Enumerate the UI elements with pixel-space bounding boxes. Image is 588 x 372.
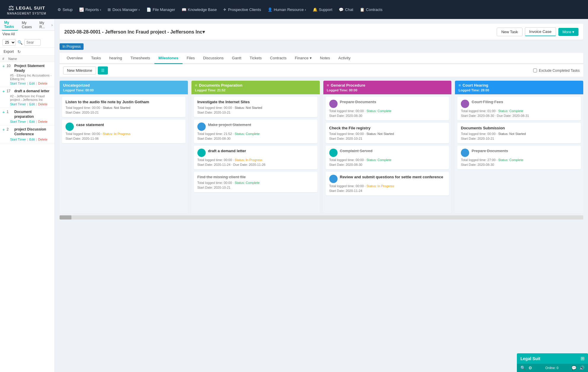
tab-finance[interactable]: Finance ▾ bbox=[291, 53, 316, 64]
case-title[interactable]: 2020-08-28-0001 - Jefferson Inc Fraud pr… bbox=[64, 29, 205, 35]
tab-activity[interactable]: Activity bbox=[334, 53, 355, 64]
chat-search-icon[interactable]: 🔍 bbox=[520, 365, 525, 370]
task-card[interactable]: Court Filing Fees Total logged time: 01:… bbox=[457, 97, 581, 120]
nav-item-human-resource[interactable]: 👤Human Resource ‹ bbox=[265, 6, 309, 14]
task-avatar bbox=[197, 123, 206, 131]
tab-discussions[interactable]: Discussions bbox=[199, 53, 228, 64]
chat-grid-icon[interactable]: ⊞ bbox=[581, 356, 584, 361]
nav-icon-knowledge-base: 📖 bbox=[182, 7, 186, 12]
nav-item-knowledge-base[interactable]: 📖Knowledge Base bbox=[179, 6, 220, 14]
nav-item-reports[interactable]: 📈Reports ‹ bbox=[76, 6, 104, 14]
tab-hearing[interactable]: hearing bbox=[105, 53, 126, 64]
logged-time-uncategorized: Logged Time: 00:00 bbox=[63, 88, 184, 92]
nav-icon-file-manager: 📄 bbox=[146, 7, 151, 12]
item-expand-icon[interactable]: + bbox=[2, 110, 5, 115]
item-expand-icon[interactable]: + bbox=[2, 127, 5, 132]
edit-link[interactable]: Edit bbox=[29, 82, 35, 85]
list-item[interactable]: + 1 Document preparation Start Timer | E… bbox=[0, 108, 55, 125]
task-card[interactable]: Prepare Documents Total logged time: 00:… bbox=[326, 97, 449, 120]
tab-tasks[interactable]: Tasks bbox=[87, 53, 105, 64]
chat-settings-icon[interactable]: ⚙ bbox=[528, 365, 532, 370]
list-item[interactable]: + 2 project Discussion Conference Start … bbox=[0, 125, 55, 143]
tab-gantt[interactable]: Gantt bbox=[228, 53, 246, 64]
task-card[interactable]: case statement Total logged time: 00:00 … bbox=[62, 120, 186, 143]
item-expand-icon[interactable]: + bbox=[2, 89, 5, 94]
scroll-thumb[interactable] bbox=[60, 215, 71, 220]
task-card[interactable]: draft a demand letter Total logged time:… bbox=[194, 146, 317, 169]
nav-item-support[interactable]: 🔔Support bbox=[310, 6, 335, 14]
start-timer-link[interactable]: Start Timer bbox=[10, 120, 26, 123]
edit-link[interactable]: Edit bbox=[29, 120, 35, 123]
export-button[interactable]: Export bbox=[2, 49, 15, 54]
task-card[interactable]: Make project Statement Total logged time… bbox=[194, 120, 317, 143]
edit-link[interactable]: Edit bbox=[29, 102, 35, 106]
task-card[interactable]: Check the File registry Total logged tim… bbox=[326, 123, 449, 143]
task-meta: Total logged time: 00:00 · Status: Not S… bbox=[197, 106, 314, 109]
edit-link[interactable]: Edit bbox=[29, 138, 35, 141]
start-timer-link[interactable]: Start Timer bbox=[10, 82, 26, 85]
nav-label-knowledge-base: Knowledge Base bbox=[188, 7, 217, 12]
nav-item-prospective-clients[interactable]: ✈Prospective Clients bbox=[220, 6, 264, 14]
view-all-link[interactable]: View All bbox=[0, 31, 55, 37]
col-icon: ≡ bbox=[458, 83, 461, 88]
task-card[interactable]: Documents Submission Total logged time: … bbox=[457, 123, 581, 143]
col-name: Court Hearing bbox=[463, 83, 488, 88]
list-view-button[interactable]: ☰ bbox=[98, 66, 108, 74]
tab-overview[interactable]: Overview bbox=[63, 53, 87, 64]
task-avatar bbox=[329, 175, 338, 183]
nav-label-chat: Chat bbox=[345, 7, 353, 12]
delete-link[interactable]: Delete bbox=[38, 102, 47, 106]
delete-link[interactable]: Delete bbox=[38, 120, 47, 123]
task-meta: Total logged time: 01:00 · Status: Compl… bbox=[461, 109, 577, 113]
sidebar-tab-my-cases[interactable]: My Cases bbox=[19, 20, 36, 30]
search-input[interactable] bbox=[24, 39, 41, 46]
nav-item-contracts[interactable]: 📋Contracts bbox=[357, 6, 386, 14]
task-card[interactable]: Complaint Served Total logged time: 00:0… bbox=[326, 146, 449, 169]
task-card[interactable]: Find the missing client file Total logge… bbox=[194, 172, 317, 192]
list-item[interactable]: + 17 draft a demand letter #2 - Jefferso… bbox=[0, 87, 55, 108]
nav-item-file-manager[interactable]: 📄File Manager bbox=[143, 6, 178, 14]
tab-contracts[interactable]: Contracts bbox=[266, 53, 291, 64]
start-timer-link[interactable]: Start Timer bbox=[10, 138, 26, 141]
task-card[interactable]: Prepare Documents Total logged time: 27:… bbox=[457, 146, 581, 169]
list-item[interactable]: + 10 Project Statement Ready #5 - Elberg… bbox=[0, 62, 55, 87]
task-card[interactable]: Investigate the Internet Sites Total log… bbox=[194, 97, 317, 117]
task-start-date: Start Date: 2020-08-30 · Due Date: 2020-… bbox=[461, 114, 577, 117]
new-task-button[interactable]: New Task bbox=[497, 28, 522, 36]
start-timer-link[interactable]: Start Timer bbox=[10, 102, 26, 106]
horizontal-scrollbar[interactable] bbox=[60, 215, 583, 220]
chat-footer-icons: 🔍 ⚙ bbox=[520, 365, 532, 370]
invoice-case-button[interactable]: Invoice Case bbox=[525, 27, 556, 36]
tab-files[interactable]: Files bbox=[183, 53, 199, 64]
new-milestone-button[interactable]: New Milestone bbox=[63, 66, 96, 74]
task-card[interactable]: Review and submit questions for settle m… bbox=[326, 172, 449, 195]
exclude-completed-area: Exclude Completed Tasks bbox=[533, 69, 580, 73]
delete-link[interactable]: Delete bbox=[38, 138, 47, 141]
tab-milestones[interactable]: Milestones bbox=[154, 53, 183, 64]
top-nav: ⚖ LEGAL SUIT MANAGEMENT SYSTEM ⚙Setup📈Re… bbox=[0, 0, 588, 19]
tab-tickets[interactable]: Tickets bbox=[245, 53, 266, 64]
refresh-button[interactable]: ↻ bbox=[17, 50, 21, 54]
nav-item-docs-manager[interactable]: ⊞Docs Manager ‹ bbox=[105, 6, 143, 14]
chat-message-icon[interactable]: 💬 bbox=[571, 365, 576, 370]
milestone-col-court-hearing: ≡ Court Hearing Logged Time: 28:00 Court… bbox=[455, 81, 583, 213]
search-icon[interactable]: 🔍 bbox=[17, 40, 23, 45]
task-meta: Total logged time: 27:00 · Status: Compl… bbox=[461, 158, 577, 162]
sidebar-tab-my-tasks[interactable]: My Tasks bbox=[2, 19, 18, 31]
per-page-select[interactable]: 2550100 bbox=[2, 39, 16, 46]
tab-timesheets[interactable]: Timesheets bbox=[126, 53, 154, 64]
nav-item-chat[interactable]: 💬Chat bbox=[336, 6, 356, 14]
chat-volume-icon[interactable]: 🔊 bbox=[579, 365, 584, 370]
task-start-date: Start Date: 2020-08-30 bbox=[329, 163, 446, 166]
tab-notes[interactable]: Notes bbox=[316, 53, 334, 64]
task-status: Status: In Progress bbox=[366, 184, 394, 188]
task-card[interactable]: Listen to the audio file note by Justin … bbox=[62, 97, 186, 117]
task-meta: Total logged time: 00:00 · Status: Not S… bbox=[329, 132, 446, 136]
delete-link[interactable]: Delete bbox=[38, 82, 47, 85]
sidebar-nav-arrow[interactable]: › bbox=[51, 23, 53, 27]
sidebar-tab-my-r[interactable]: My R... bbox=[37, 20, 50, 30]
item-expand-icon[interactable]: + bbox=[2, 64, 5, 69]
more-button[interactable]: More ▾ bbox=[558, 28, 579, 36]
exclude-completed-checkbox[interactable] bbox=[533, 69, 537, 72]
nav-item-setup[interactable]: ⚙Setup bbox=[55, 6, 76, 14]
